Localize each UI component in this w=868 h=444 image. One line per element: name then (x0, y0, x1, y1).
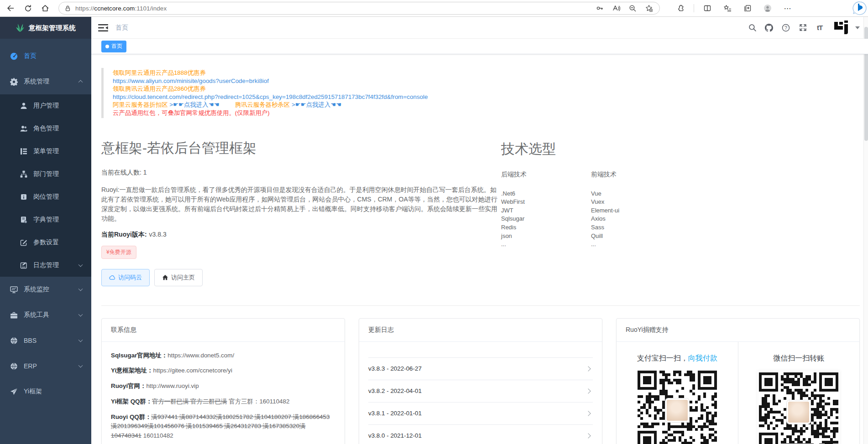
url-path: :1101/index (135, 5, 167, 12)
sidebar-item-user-manage[interactable]: 用户管理 (0, 94, 91, 117)
sidebar-item-erp[interactable]: ERP (0, 353, 91, 379)
sidebar: 意框架管理系统 首页 系统管理 用户管理 角色管理 (0, 17, 91, 444)
tech-title: 技术选型 (501, 140, 681, 159)
dashboard-icon (10, 52, 18, 60)
password-key-icon[interactable] (594, 2, 606, 14)
sidebar-item-role-manage[interactable]: 角色管理 (0, 117, 91, 140)
tencent-coupon-link[interactable]: https://cloud.tencent.com/redirect.php?r… (113, 93, 864, 101)
changelog-row[interactable]: v3.8.3 - 2022-06-27 (368, 358, 593, 380)
frontend-tech-list: Vue Vuex Element-ui Axios Sass Quill ... (591, 190, 681, 249)
promo-notice-block: 领取阿里云通用云产品1888优惠券 https://www.aliyun.com… (101, 68, 864, 118)
sidebar-item-dict-manage[interactable]: 字典管理 (0, 208, 91, 231)
split-screen-icon[interactable] (701, 1, 714, 15)
bing-copilot-icon[interactable] (852, 1, 867, 15)
aliyun-enter-link[interactable]: >☛☛点我进入☚☚ (169, 101, 219, 108)
collections-icon[interactable] (741, 1, 754, 15)
sidebar-item-system-manage[interactable]: 系统管理 (0, 69, 91, 94)
search-icon[interactable] (747, 22, 758, 33)
alipay-donate-column: 支付宝扫一扫，向我付款 (617, 342, 738, 444)
chevron-down-icon (78, 287, 83, 291)
browser-reload-button[interactable] (21, 1, 35, 15)
gear-icon (10, 78, 18, 86)
section-divider (101, 305, 860, 306)
contact-card-title: 联系信息 (102, 319, 345, 342)
contact-row-ruoyi-site: Ruoyi官网：http://www.ruoyi.vip (111, 382, 335, 391)
org-tree-icon (20, 170, 27, 178)
qr-center-photo (665, 398, 689, 422)
avatar-dropdown-caret[interactable] (855, 26, 860, 29)
wechat-title: 微信扫一扫转账 (738, 354, 860, 363)
page-scrollbar[interactable] (863, 17, 868, 444)
edit-pencil-icon (20, 239, 27, 246)
url-host: ccnetcore.com (94, 5, 135, 12)
dictionary-book-icon (20, 216, 27, 223)
notice-line-server-zones: 阿里云服务器折扣区 >☛☛点我进入☚☚腾讯云服务器秒杀区 >☛☛点我进入☚☚ (113, 101, 864, 109)
sidebar-item-log-manage[interactable]: 日志管理 (0, 254, 91, 277)
paper-plane-icon (10, 388, 18, 396)
sidebar-item-param-settings[interactable]: 参数设置 (0, 231, 91, 254)
profile-avatar-icon[interactable] (761, 1, 774, 15)
sidebar-item-home[interactable]: 首页 (0, 43, 91, 69)
github-icon[interactable] (763, 22, 774, 33)
zoom-out-icon[interactable] (627, 2, 638, 14)
frontend-tech-column: 前端技术 Vue Vuex Element-ui Axios Sass Quil… (591, 170, 681, 249)
browser-actions: ⋯ (667, 1, 795, 15)
online-count-value: 1 (143, 169, 147, 176)
browser-home-button[interactable] (38, 1, 52, 15)
extensions-puzzle-icon[interactable] (674, 1, 687, 15)
changelog-row[interactable]: v3.8.0 - 2021-12-01 (368, 425, 593, 444)
sidebar-item-system-monitor[interactable]: 系统监控 (0, 277, 91, 302)
tag-home-active[interactable]: 首页 (101, 41, 126, 52)
sidebar-item-system-tools[interactable]: 系统工具 (0, 302, 91, 328)
online-count-line: 当前在线人数: 1 (101, 169, 501, 177)
address-bar[interactable]: https://ccnetcore.com:1101/index (58, 2, 660, 15)
sidebar-item-bbs[interactable]: BBS (0, 328, 91, 353)
chevron-right-icon (586, 388, 591, 393)
globe-icon (10, 337, 18, 345)
changelog-row[interactable]: v3.8.1 - 2022-01-01 (368, 403, 593, 425)
top-navbar: 首页 tT (91, 17, 868, 39)
visit-homepage-button[interactable]: 访问主页 (154, 269, 203, 286)
chevron-right-icon (586, 366, 591, 371)
sidebar-item-yi-framework[interactable]: Yi框架 (0, 379, 91, 404)
tree-table-icon (20, 148, 27, 155)
chevron-right-icon (586, 433, 591, 438)
active-tag-dot (105, 45, 109, 48)
frontend-tech-title: 前端技术 (591, 170, 681, 179)
browser-menu-ellipsis[interactable]: ⋯ (781, 1, 795, 15)
chevron-down-icon (78, 338, 83, 342)
url-text: https://ccnetcore.com:1101/index (75, 5, 589, 12)
navbar-actions: tT (741, 19, 860, 37)
sidebar-item-dept-manage[interactable]: 部门管理 (0, 163, 91, 186)
chevron-down-icon (78, 312, 83, 317)
page-title: 意框架-若依后台管理框架 (101, 139, 501, 158)
fullscreen-icon[interactable] (797, 22, 808, 33)
aliyun-coupon-link[interactable]: https://www.aliyun.com/minisite/goods?us… (113, 77, 864, 85)
add-favorite-star-icon[interactable] (643, 2, 655, 14)
question-help-icon[interactable] (780, 22, 791, 33)
changelog-row[interactable]: v3.8.2 - 2022-04-01 (368, 380, 593, 403)
favorites-list-icon[interactable] (721, 1, 734, 15)
users-icon (20, 125, 27, 132)
visit-gitee-button[interactable]: 访问码云 (101, 269, 150, 286)
text-size-icon[interactable]: tT (814, 22, 825, 33)
read-aloud-icon[interactable] (610, 2, 622, 14)
changelog-card-title: 更新日志 (359, 319, 602, 342)
contact-row-ruoyi-qq: Ruoyi QQ群：满937441 满887144332满180251782 满… (111, 413, 335, 441)
site-permissions-lock-icon[interactable] (64, 5, 71, 12)
tencent-enter-link[interactable]: >☛☛点我进入☚☚ (292, 101, 341, 108)
backend-tech-list: .Net6 WebFirst JWT Sqlsugar Redis json .… (501, 190, 591, 249)
toolbox-icon (10, 311, 18, 319)
alipay-pay-link[interactable]: 向我付款 (688, 354, 717, 362)
chevron-right-icon (586, 411, 591, 416)
backend-tech-title: 后端技术 (501, 170, 591, 179)
browser-back-button[interactable] (4, 1, 17, 15)
breadcrumb[interactable]: 首页 (115, 24, 128, 32)
sidebar-item-post-manage[interactable]: 岗位管理 (0, 186, 91, 208)
app-title: 意框架管理系统 (29, 24, 76, 32)
sidebar-collapse-icon[interactable] (98, 24, 108, 32)
version-line: 当前Ruoyi版本:v3.8.3 (101, 231, 501, 239)
user-avatar[interactable] (832, 19, 851, 37)
sidebar-item-menu-manage[interactable]: 菜单管理 (0, 140, 91, 163)
contact-row-sqlsugar: Sqlsugar官网地址：https://www.donet5.com/ (111, 351, 335, 361)
